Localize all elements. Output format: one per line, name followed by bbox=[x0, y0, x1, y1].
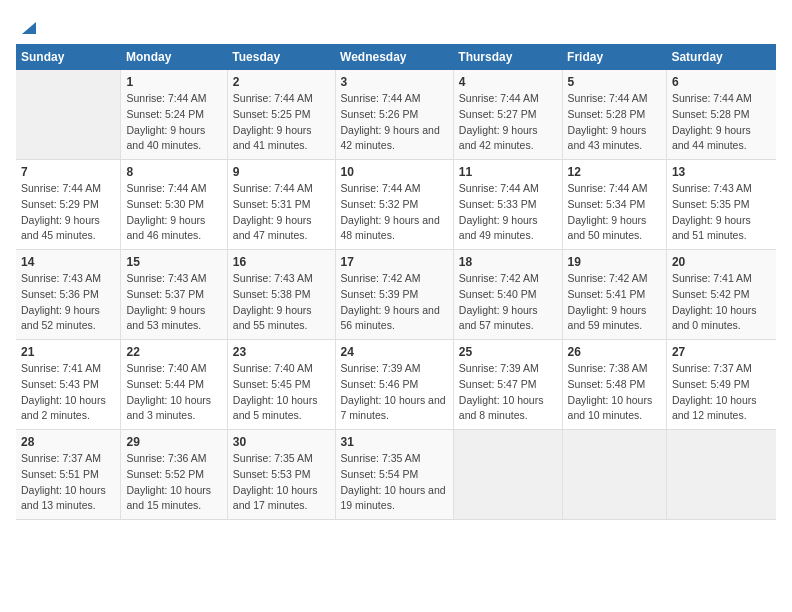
calendar-cell: 19 Sunrise: 7:42 AMSunset: 5:41 PMDaylig… bbox=[562, 250, 666, 340]
day-detail: Sunrise: 7:42 AMSunset: 5:40 PMDaylight:… bbox=[459, 271, 557, 334]
day-detail: Sunrise: 7:43 AMSunset: 5:35 PMDaylight:… bbox=[672, 181, 771, 244]
day-number: 16 bbox=[233, 255, 330, 269]
calendar-cell bbox=[562, 430, 666, 520]
calendar-cell: 28 Sunrise: 7:37 AMSunset: 5:51 PMDaylig… bbox=[16, 430, 121, 520]
day-detail: Sunrise: 7:44 AMSunset: 5:28 PMDaylight:… bbox=[568, 91, 661, 154]
calendar-cell: 22 Sunrise: 7:40 AMSunset: 5:44 PMDaylig… bbox=[121, 340, 227, 430]
day-detail: Sunrise: 7:44 AMSunset: 5:32 PMDaylight:… bbox=[341, 181, 448, 244]
day-number: 4 bbox=[459, 75, 557, 89]
calendar-cell: 2 Sunrise: 7:44 AMSunset: 5:25 PMDayligh… bbox=[227, 70, 335, 160]
day-detail: Sunrise: 7:42 AMSunset: 5:41 PMDaylight:… bbox=[568, 271, 661, 334]
calendar-cell: 3 Sunrise: 7:44 AMSunset: 5:26 PMDayligh… bbox=[335, 70, 453, 160]
day-number: 30 bbox=[233, 435, 330, 449]
day-number: 15 bbox=[126, 255, 221, 269]
header-row: SundayMondayTuesdayWednesdayThursdayFrid… bbox=[16, 44, 776, 70]
header-monday: Monday bbox=[121, 44, 227, 70]
day-number: 5 bbox=[568, 75, 661, 89]
calendar-cell: 15 Sunrise: 7:43 AMSunset: 5:37 PMDaylig… bbox=[121, 250, 227, 340]
day-detail: Sunrise: 7:44 AMSunset: 5:27 PMDaylight:… bbox=[459, 91, 557, 154]
day-number: 24 bbox=[341, 345, 448, 359]
day-number: 19 bbox=[568, 255, 661, 269]
calendar-cell: 31 Sunrise: 7:35 AMSunset: 5:54 PMDaylig… bbox=[335, 430, 453, 520]
calendar-cell: 20 Sunrise: 7:41 AMSunset: 5:42 PMDaylig… bbox=[666, 250, 776, 340]
day-number: 12 bbox=[568, 165, 661, 179]
calendar-cell: 5 Sunrise: 7:44 AMSunset: 5:28 PMDayligh… bbox=[562, 70, 666, 160]
calendar-cell: 10 Sunrise: 7:44 AMSunset: 5:32 PMDaylig… bbox=[335, 160, 453, 250]
day-number: 17 bbox=[341, 255, 448, 269]
calendar-cell: 30 Sunrise: 7:35 AMSunset: 5:53 PMDaylig… bbox=[227, 430, 335, 520]
calendar-cell: 8 Sunrise: 7:44 AMSunset: 5:30 PMDayligh… bbox=[121, 160, 227, 250]
calendar-table: SundayMondayTuesdayWednesdayThursdayFrid… bbox=[16, 44, 776, 520]
day-detail: Sunrise: 7:39 AMSunset: 5:46 PMDaylight:… bbox=[341, 361, 448, 424]
day-number: 31 bbox=[341, 435, 448, 449]
day-detail: Sunrise: 7:39 AMSunset: 5:47 PMDaylight:… bbox=[459, 361, 557, 424]
day-detail: Sunrise: 7:44 AMSunset: 5:31 PMDaylight:… bbox=[233, 181, 330, 244]
day-detail: Sunrise: 7:44 AMSunset: 5:34 PMDaylight:… bbox=[568, 181, 661, 244]
logo bbox=[16, 20, 36, 36]
day-detail: Sunrise: 7:40 AMSunset: 5:45 PMDaylight:… bbox=[233, 361, 330, 424]
week-row-1: 1 Sunrise: 7:44 AMSunset: 5:24 PMDayligh… bbox=[16, 70, 776, 160]
day-detail: Sunrise: 7:44 AMSunset: 5:24 PMDaylight:… bbox=[126, 91, 221, 154]
day-detail: Sunrise: 7:40 AMSunset: 5:44 PMDaylight:… bbox=[126, 361, 221, 424]
day-number: 10 bbox=[341, 165, 448, 179]
day-number: 8 bbox=[126, 165, 221, 179]
day-number: 11 bbox=[459, 165, 557, 179]
calendar-cell: 14 Sunrise: 7:43 AMSunset: 5:36 PMDaylig… bbox=[16, 250, 121, 340]
day-detail: Sunrise: 7:44 AMSunset: 5:29 PMDaylight:… bbox=[21, 181, 115, 244]
day-detail: Sunrise: 7:43 AMSunset: 5:36 PMDaylight:… bbox=[21, 271, 115, 334]
page-header bbox=[16, 16, 776, 36]
day-detail: Sunrise: 7:38 AMSunset: 5:48 PMDaylight:… bbox=[568, 361, 661, 424]
header-thursday: Thursday bbox=[453, 44, 562, 70]
header-friday: Friday bbox=[562, 44, 666, 70]
calendar-cell: 1 Sunrise: 7:44 AMSunset: 5:24 PMDayligh… bbox=[121, 70, 227, 160]
week-row-2: 7 Sunrise: 7:44 AMSunset: 5:29 PMDayligh… bbox=[16, 160, 776, 250]
calendar-cell bbox=[453, 430, 562, 520]
day-detail: Sunrise: 7:43 AMSunset: 5:38 PMDaylight:… bbox=[233, 271, 330, 334]
day-detail: Sunrise: 7:43 AMSunset: 5:37 PMDaylight:… bbox=[126, 271, 221, 334]
calendar-cell: 4 Sunrise: 7:44 AMSunset: 5:27 PMDayligh… bbox=[453, 70, 562, 160]
day-number: 6 bbox=[672, 75, 771, 89]
day-number: 26 bbox=[568, 345, 661, 359]
calendar-cell: 11 Sunrise: 7:44 AMSunset: 5:33 PMDaylig… bbox=[453, 160, 562, 250]
day-number: 21 bbox=[21, 345, 115, 359]
week-row-4: 21 Sunrise: 7:41 AMSunset: 5:43 PMDaylig… bbox=[16, 340, 776, 430]
calendar-cell: 18 Sunrise: 7:42 AMSunset: 5:40 PMDaylig… bbox=[453, 250, 562, 340]
day-detail: Sunrise: 7:44 AMSunset: 5:33 PMDaylight:… bbox=[459, 181, 557, 244]
day-number: 23 bbox=[233, 345, 330, 359]
week-row-3: 14 Sunrise: 7:43 AMSunset: 5:36 PMDaylig… bbox=[16, 250, 776, 340]
day-number: 28 bbox=[21, 435, 115, 449]
calendar-cell: 6 Sunrise: 7:44 AMSunset: 5:28 PMDayligh… bbox=[666, 70, 776, 160]
day-number: 2 bbox=[233, 75, 330, 89]
calendar-cell: 7 Sunrise: 7:44 AMSunset: 5:29 PMDayligh… bbox=[16, 160, 121, 250]
day-detail: Sunrise: 7:42 AMSunset: 5:39 PMDaylight:… bbox=[341, 271, 448, 334]
day-number: 1 bbox=[126, 75, 221, 89]
calendar-cell: 27 Sunrise: 7:37 AMSunset: 5:49 PMDaylig… bbox=[666, 340, 776, 430]
header-saturday: Saturday bbox=[666, 44, 776, 70]
calendar-cell: 25 Sunrise: 7:39 AMSunset: 5:47 PMDaylig… bbox=[453, 340, 562, 430]
day-detail: Sunrise: 7:44 AMSunset: 5:28 PMDaylight:… bbox=[672, 91, 771, 154]
calendar-cell: 26 Sunrise: 7:38 AMSunset: 5:48 PMDaylig… bbox=[562, 340, 666, 430]
day-detail: Sunrise: 7:41 AMSunset: 5:42 PMDaylight:… bbox=[672, 271, 771, 334]
day-number: 27 bbox=[672, 345, 771, 359]
calendar-cell: 17 Sunrise: 7:42 AMSunset: 5:39 PMDaylig… bbox=[335, 250, 453, 340]
header-tuesday: Tuesday bbox=[227, 44, 335, 70]
calendar-cell: 24 Sunrise: 7:39 AMSunset: 5:46 PMDaylig… bbox=[335, 340, 453, 430]
calendar-cell: 12 Sunrise: 7:44 AMSunset: 5:34 PMDaylig… bbox=[562, 160, 666, 250]
day-detail: Sunrise: 7:41 AMSunset: 5:43 PMDaylight:… bbox=[21, 361, 115, 424]
day-number: 13 bbox=[672, 165, 771, 179]
calendar-cell: 9 Sunrise: 7:44 AMSunset: 5:31 PMDayligh… bbox=[227, 160, 335, 250]
week-row-5: 28 Sunrise: 7:37 AMSunset: 5:51 PMDaylig… bbox=[16, 430, 776, 520]
day-number: 3 bbox=[341, 75, 448, 89]
day-number: 18 bbox=[459, 255, 557, 269]
calendar-cell: 29 Sunrise: 7:36 AMSunset: 5:52 PMDaylig… bbox=[121, 430, 227, 520]
day-detail: Sunrise: 7:35 AMSunset: 5:54 PMDaylight:… bbox=[341, 451, 448, 514]
day-detail: Sunrise: 7:44 AMSunset: 5:26 PMDaylight:… bbox=[341, 91, 448, 154]
day-detail: Sunrise: 7:37 AMSunset: 5:49 PMDaylight:… bbox=[672, 361, 771, 424]
calendar-cell: 13 Sunrise: 7:43 AMSunset: 5:35 PMDaylig… bbox=[666, 160, 776, 250]
calendar-cell bbox=[16, 70, 121, 160]
day-number: 14 bbox=[21, 255, 115, 269]
calendar-cell: 23 Sunrise: 7:40 AMSunset: 5:45 PMDaylig… bbox=[227, 340, 335, 430]
day-number: 20 bbox=[672, 255, 771, 269]
day-number: 22 bbox=[126, 345, 221, 359]
header-wednesday: Wednesday bbox=[335, 44, 453, 70]
